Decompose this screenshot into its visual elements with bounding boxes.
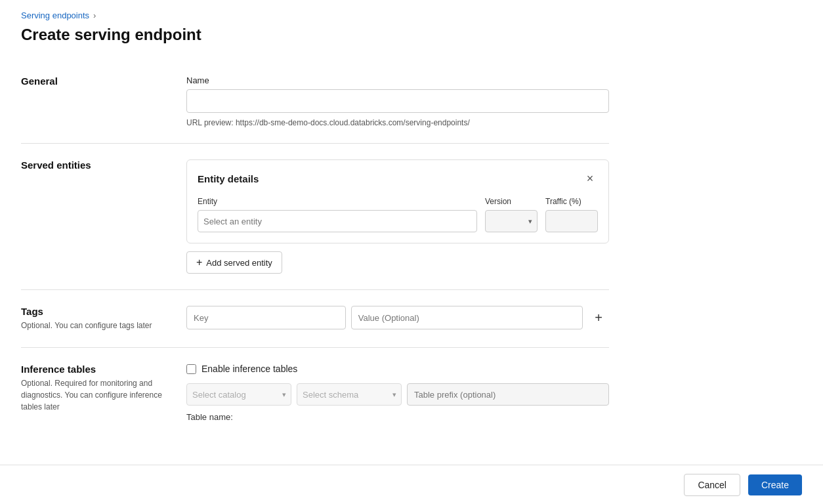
served-entities-section: Served entities Entity details × Entity [21,144,609,290]
served-entities-title: Served entities [21,159,165,171]
schema-select[interactable]: Select schema [297,383,402,406]
general-section-left: General [21,75,165,127]
tag-value-input[interactable] [351,306,583,329]
inference-fields-row: Select catalog Select schema [186,383,609,406]
version-column: Version [485,197,538,232]
plus-icon: + [196,257,202,268]
inference-tables-section: Inference tables Optional. Required for … [21,348,609,438]
breadcrumb: Serving endpoints › [21,10,609,20]
create-button[interactable]: Create [748,474,802,495]
tags-section-right: + [186,306,609,331]
entity-details-title: Entity details [198,173,259,184]
inference-tables-section-left: Inference tables Optional. Required for … [21,364,165,422]
name-input[interactable] [186,89,609,113]
table-name-row: Table name: [186,412,609,422]
close-icon: × [587,172,594,186]
tags-section-title: Tags [21,306,165,317]
enable-inference-row: Enable inference tables [186,364,609,374]
entity-fields-row: Entity Version Traffic (%) 100 [198,197,598,232]
enable-inference-checkbox[interactable] [186,364,196,374]
url-preview-value: https://db-sme-demo-docs.cloud.databrick… [236,118,470,127]
url-preview-label: URL preview: [186,118,234,127]
plus-icon: + [595,310,602,326]
inference-tables-section-right: Enable inference tables Select catalog S… [186,364,609,422]
served-entities-section-right: Entity details × Entity Version [186,159,609,274]
served-entities-section-left: Served entities [21,159,165,274]
add-tag-button[interactable]: + [588,307,609,328]
table-name-label: Table name: [186,412,233,422]
general-section-right: Name URL preview: https://db-sme-demo-do… [186,75,609,127]
add-served-entity-label: Add served entity [206,258,272,268]
entity-card-header: Entity details × [198,171,598,186]
schema-select-wrapper: Select schema [297,383,402,406]
breadcrumb-separator: › [93,10,96,20]
add-served-entity-button[interactable]: + Add served entity [186,251,282,274]
catalog-select-wrapper: Select catalog [186,383,291,406]
entity-select-input[interactable] [198,210,477,232]
breadcrumb-link[interactable]: Serving endpoints [21,10,89,20]
traffic-col-label: Traffic (%) [545,197,598,206]
traffic-column: Traffic (%) 100 [545,197,598,232]
general-section: General Name URL preview: https://db-sme… [21,60,609,144]
version-select-wrapper [485,210,538,232]
table-prefix-input[interactable] [407,383,609,406]
general-section-title: General [21,75,165,87]
tags-section-left: Tags Optional. You can configure tags la… [21,306,165,331]
entity-column: Entity [198,197,477,232]
catalog-select[interactable]: Select catalog [186,383,291,406]
version-select[interactable] [485,210,538,232]
version-col-label: Version [485,197,538,206]
cancel-button[interactable]: Cancel [684,474,740,496]
entity-col-label: Entity [198,197,477,206]
inference-tables-desc: Optional. Required for monitoring and di… [21,377,165,413]
footer: Cancel Create [0,465,823,504]
tags-row: + [186,306,609,329]
url-preview: URL preview: https://db-sme-demo-docs.cl… [186,118,609,127]
tags-section-desc: Optional. You can configure tags later [21,320,165,331]
inference-tables-title: Inference tables [21,364,165,375]
tag-key-input[interactable] [186,306,346,329]
entity-close-button[interactable]: × [582,171,598,186]
name-label: Name [186,75,609,85]
tags-section: Tags Optional. You can configure tags la… [21,290,609,348]
entity-details-card: Entity details × Entity Version [186,159,609,243]
page-title: Create serving endpoint [21,26,609,44]
enable-inference-label[interactable]: Enable inference tables [201,364,297,374]
traffic-input[interactable]: 100 [545,210,598,232]
